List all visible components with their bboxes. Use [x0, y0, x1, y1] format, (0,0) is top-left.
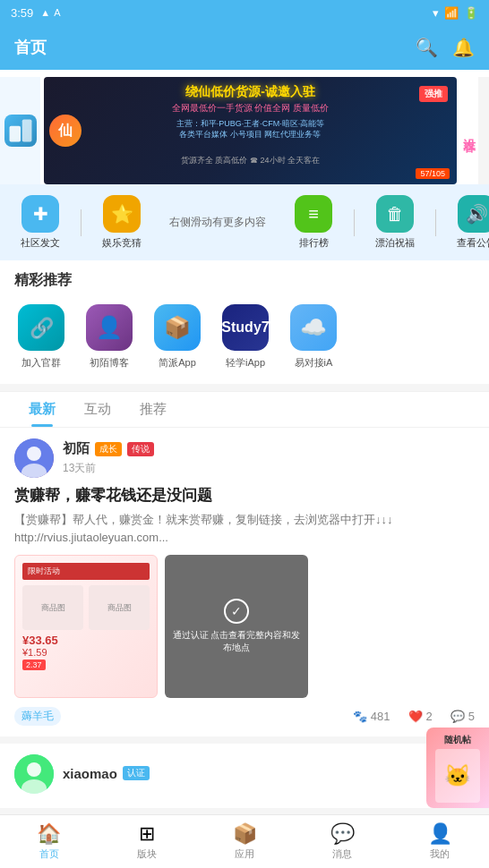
- action-like-1[interactable]: 🐾 481: [353, 710, 390, 723]
- badge-verified: 认证: [123, 766, 150, 780]
- tab-latest[interactable]: 最新: [14, 392, 70, 427]
- app-item-group[interactable]: 🔗 加入官群: [14, 304, 68, 370]
- banner-title: 绕仙低价货源-诚邀入驻: [185, 84, 315, 100]
- notice-label: 查看公告: [457, 236, 489, 250]
- svg-text:🔗: 🔗: [30, 316, 55, 340]
- entertainment-icon: ⭐: [103, 195, 141, 233]
- home-icon: 🏠: [37, 822, 61, 846]
- nav-profile[interactable]: 👤 我的: [391, 817, 489, 866]
- float-banner[interactable]: 随机帖 🐱: [426, 728, 489, 808]
- app-icon-group: 🔗: [18, 304, 64, 351]
- recommend-section: 精彩推荐 🔗 加入官群 👤 初陌博客: [0, 260, 489, 384]
- banner-main[interactable]: 绕仙低价货源-诚邀入驻 全网最低价一手货源 价值全网 质量低价 主营：和平·PU…: [44, 77, 457, 184]
- nav-messages[interactable]: 💬 消息: [294, 817, 391, 866]
- profile-icon: 👤: [428, 822, 452, 846]
- blessing-icon: 🗑: [376, 195, 414, 233]
- nav-blocks-label: 版块: [137, 847, 157, 861]
- notice-icon: 🔊: [458, 195, 489, 233]
- app-icon-jianpai: 📦: [154, 304, 201, 351]
- heart-count-1: 2: [426, 710, 433, 723]
- post-time-1: 13天前: [63, 462, 96, 474]
- post-images-1: 限时活动 商品图 商品图 ¥33.65 ¥1.59 2.37 ✓ 通过认证 点击…: [14, 555, 475, 698]
- search-icon[interactable]: 🔍: [416, 37, 438, 58]
- banner-price: 57/105: [416, 168, 450, 179]
- post-header-1: 初陌 成长 传说 13天前: [14, 438, 475, 478]
- app-item-blog[interactable]: 👤 初陌博客: [82, 304, 136, 370]
- paw-icon: 🐾: [353, 710, 367, 723]
- app-item-yiduijie[interactable]: ☁️ 易对接iA: [287, 304, 340, 370]
- svg-point-5: [27, 447, 41, 461]
- blocks-icon: ⊞: [139, 822, 155, 846]
- banner-subtitle: 全网最低价一手货源 价值全网 质量低价: [172, 102, 330, 115]
- banner-info: 货源齐全 质高低价 ☎ 24小时 全天客在: [181, 155, 320, 166]
- app-label-group: 加入官群: [21, 356, 61, 370]
- quick-item-notice[interactable]: 🔊 查看公告: [436, 191, 489, 253]
- post-image-1b[interactable]: ✓ 通过认证 点击查看完整内容和发布地点: [165, 555, 308, 698]
- app-icon-yiduijie: ☁️: [290, 304, 337, 351]
- author-avatar-2[interactable]: [14, 754, 54, 794]
- scroll-hint: 右侧滑动有更多内容: [162, 215, 273, 230]
- post-card-2: xiaomao 认证: [0, 744, 489, 808]
- status-icons: ▾ 📶 🔋: [433, 6, 478, 20]
- post-image-1a[interactable]: 限时活动 商品图 商品图 ¥33.65 ¥1.59 2.37: [14, 555, 158, 698]
- post-preview-1: 【赏赚帮】帮人代，赚赏金！就来赏帮赚，复制链接，去浏览器中打开↓↓↓ http:…: [14, 511, 475, 546]
- rank-label: 排行榜: [299, 236, 329, 250]
- svg-rect-0: [9, 126, 20, 142]
- comment-count-1: 5: [468, 710, 475, 723]
- app-label-blog: 初陌博客: [90, 356, 129, 370]
- quick-item-blessing[interactable]: 🗑 漂泊祝福: [355, 191, 435, 253]
- nav-home[interactable]: 🏠 首页: [0, 817, 98, 866]
- app-label-study: 轻学iApp: [226, 356, 265, 370]
- post-meta-2: xiaomao 认证: [63, 766, 475, 783]
- apps-icon: 📦: [233, 822, 257, 846]
- badge-legend-1: 传说: [127, 442, 154, 456]
- bell-icon[interactable]: 🔔: [452, 37, 475, 58]
- quick-item-rank[interactable]: ≡ 排行榜: [273, 191, 354, 253]
- content-tabs: 最新 互动 推荐: [0, 391, 489, 428]
- action-heart-1[interactable]: ❤️ 2: [408, 710, 433, 723]
- banner-right-small: [478, 77, 489, 184]
- nav-apps-label: 应用: [235, 847, 254, 861]
- quick-item-entertainment[interactable]: ⭐ 娱乐竞猜: [82, 191, 162, 253]
- float-area: xiaomao 认证 随机帖 🐱: [0, 744, 489, 808]
- overlay-text: 通过认证 点击查看完整内容和发布地点: [172, 629, 301, 654]
- author-name-2: xiaomao: [63, 766, 117, 781]
- blessing-label: 漂泊祝福: [375, 236, 415, 250]
- nav-home-label: 首页: [39, 847, 59, 861]
- tab-recommend[interactable]: 推荐: [125, 392, 181, 427]
- community-icon: ✚: [21, 195, 59, 233]
- banner-section: 绕仙低价货源-诚邀入驻 全网最低价一手货源 价值全网 质量低价 主营：和平·PU…: [0, 70, 489, 184]
- post-footer-1: 薅羊毛 🐾 481 ❤️ 2 💬 5: [14, 707, 475, 726]
- post-title-1: 赏赚帮，赚零花钱还是没问题: [14, 485, 475, 506]
- app-icon-blog: 👤: [86, 304, 133, 351]
- check-circle-icon: ✓: [224, 599, 249, 624]
- like-count-1: 481: [371, 710, 390, 723]
- author-avatar-1[interactable]: [14, 438, 54, 478]
- heart-icon: ❤️: [408, 710, 423, 723]
- banner-badge: 强推: [419, 86, 448, 102]
- banner-logo: 仙: [49, 115, 82, 147]
- nav-blocks[interactable]: ⊞ 版块: [98, 817, 195, 866]
- app-header: 首页 🔍 🔔: [0, 25, 489, 70]
- banner-host2: 各类平台媒体 小号项目 网红代理业务等: [179, 129, 321, 140]
- comment-icon: 💬: [450, 710, 465, 723]
- recommend-apps-row: 🔗 加入官群 👤 初陌博客 📦 简派App Study7: [0, 297, 489, 384]
- post-card-1: 初陌 成长 传说 13天前 赏赚帮，赚零花钱还是没问题 【赏赚帮】帮人代，赚赏金…: [0, 428, 489, 744]
- page-title: 首页: [14, 37, 47, 58]
- entertainment-label: 娱乐竞猜: [102, 236, 142, 250]
- banner-side-logo: [0, 77, 40, 184]
- app-item-jianpai[interactable]: 📦 简派App: [150, 304, 204, 370]
- rank-icon: ≡: [295, 195, 332, 233]
- recommend-title: 精彩推荐: [0, 260, 489, 297]
- app-item-study[interactable]: Study7 轻学iApp: [219, 304, 272, 370]
- svg-point-8: [27, 762, 41, 777]
- quick-item-community[interactable]: ✚ 社区发文: [0, 191, 81, 253]
- nav-apps[interactable]: 📦 应用: [195, 817, 293, 866]
- quick-menu: ✚ 社区发文 ⭐ 娱乐竞猜 右侧滑动有更多内容 ≡ 排行榜 🗑 漂泊祝福 🔊 查…: [0, 184, 489, 260]
- post-actions-1: 🐾 481 ❤️ 2 💬 5: [353, 710, 475, 723]
- action-comment-1[interactable]: 💬 5: [450, 710, 475, 723]
- app-label-jianpai: 简派App: [159, 356, 196, 370]
- messages-icon: 💬: [330, 822, 355, 846]
- banner-side-text: 没春: [460, 77, 478, 184]
- tab-interaction[interactable]: 互动: [70, 392, 125, 427]
